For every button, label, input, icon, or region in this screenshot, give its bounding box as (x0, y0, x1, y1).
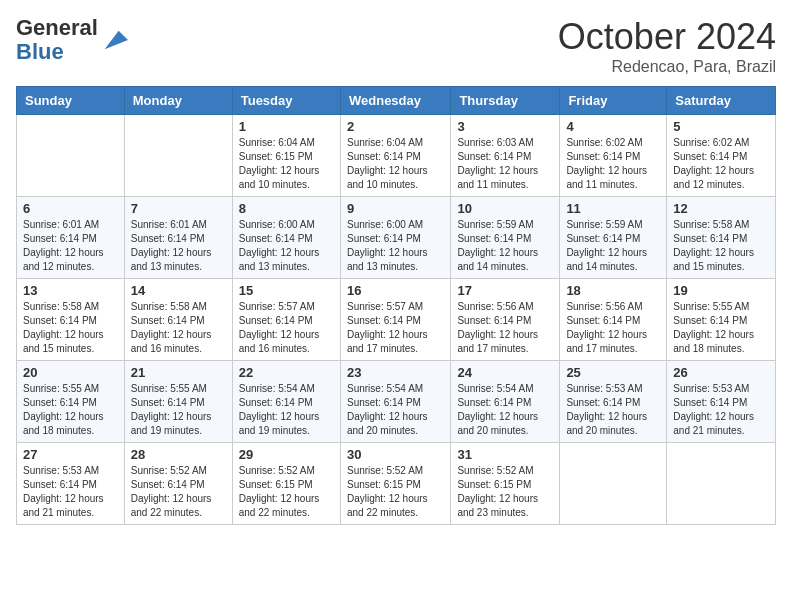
calendar-cell: 22Sunrise: 5:54 AMSunset: 6:14 PMDayligh… (232, 361, 340, 443)
day-number: 27 (23, 447, 118, 462)
calendar-cell: 8Sunrise: 6:00 AMSunset: 6:14 PMDaylight… (232, 197, 340, 279)
day-number: 30 (347, 447, 444, 462)
day-number: 4 (566, 119, 660, 134)
day-number: 6 (23, 201, 118, 216)
day-number: 12 (673, 201, 769, 216)
day-info: Sunrise: 6:00 AMSunset: 6:14 PMDaylight:… (239, 218, 334, 274)
day-number: 10 (457, 201, 553, 216)
svg-marker-0 (105, 31, 128, 50)
calendar-cell: 25Sunrise: 5:53 AMSunset: 6:14 PMDayligh… (560, 361, 667, 443)
calendar-week-row: 13Sunrise: 5:58 AMSunset: 6:14 PMDayligh… (17, 279, 776, 361)
day-info: Sunrise: 5:54 AMSunset: 6:14 PMDaylight:… (239, 382, 334, 438)
day-number: 29 (239, 447, 334, 462)
calendar-cell: 14Sunrise: 5:58 AMSunset: 6:14 PMDayligh… (124, 279, 232, 361)
calendar-week-row: 27Sunrise: 5:53 AMSunset: 6:14 PMDayligh… (17, 443, 776, 525)
page-header: General Blue October 2024 Redencao, Para… (16, 16, 776, 76)
day-info: Sunrise: 5:55 AMSunset: 6:14 PMDaylight:… (673, 300, 769, 356)
calendar-cell: 20Sunrise: 5:55 AMSunset: 6:14 PMDayligh… (17, 361, 125, 443)
calendar-header-row: SundayMondayTuesdayWednesdayThursdayFrid… (17, 87, 776, 115)
day-number: 9 (347, 201, 444, 216)
day-info: Sunrise: 5:53 AMSunset: 6:14 PMDaylight:… (673, 382, 769, 438)
logo: General Blue (16, 16, 128, 64)
logo-general-text: General (16, 15, 98, 40)
day-info: Sunrise: 5:59 AMSunset: 6:14 PMDaylight:… (566, 218, 660, 274)
day-info: Sunrise: 6:01 AMSunset: 6:14 PMDaylight:… (23, 218, 118, 274)
day-number: 7 (131, 201, 226, 216)
calendar-cell: 30Sunrise: 5:52 AMSunset: 6:15 PMDayligh… (340, 443, 450, 525)
calendar-cell: 29Sunrise: 5:52 AMSunset: 6:15 PMDayligh… (232, 443, 340, 525)
calendar-cell: 24Sunrise: 5:54 AMSunset: 6:14 PMDayligh… (451, 361, 560, 443)
title-block: October 2024 Redencao, Para, Brazil (558, 16, 776, 76)
day-info: Sunrise: 5:59 AMSunset: 6:14 PMDaylight:… (457, 218, 553, 274)
col-header-thursday: Thursday (451, 87, 560, 115)
calendar-cell: 2Sunrise: 6:04 AMSunset: 6:14 PMDaylight… (340, 115, 450, 197)
day-info: Sunrise: 6:04 AMSunset: 6:14 PMDaylight:… (347, 136, 444, 192)
day-number: 1 (239, 119, 334, 134)
day-info: Sunrise: 5:54 AMSunset: 6:14 PMDaylight:… (347, 382, 444, 438)
day-info: Sunrise: 5:56 AMSunset: 6:14 PMDaylight:… (566, 300, 660, 356)
month-title: October 2024 (558, 16, 776, 58)
calendar-cell: 12Sunrise: 5:58 AMSunset: 6:14 PMDayligh… (667, 197, 776, 279)
day-number: 17 (457, 283, 553, 298)
calendar-cell: 9Sunrise: 6:00 AMSunset: 6:14 PMDaylight… (340, 197, 450, 279)
day-number: 5 (673, 119, 769, 134)
calendar-cell: 16Sunrise: 5:57 AMSunset: 6:14 PMDayligh… (340, 279, 450, 361)
day-number: 15 (239, 283, 334, 298)
day-info: Sunrise: 6:02 AMSunset: 6:14 PMDaylight:… (673, 136, 769, 192)
calendar-cell: 27Sunrise: 5:53 AMSunset: 6:14 PMDayligh… (17, 443, 125, 525)
logo-blue-text: Blue (16, 39, 64, 64)
day-number: 24 (457, 365, 553, 380)
calendar-cell: 4Sunrise: 6:02 AMSunset: 6:14 PMDaylight… (560, 115, 667, 197)
calendar-cell: 5Sunrise: 6:02 AMSunset: 6:14 PMDaylight… (667, 115, 776, 197)
day-info: Sunrise: 5:58 AMSunset: 6:14 PMDaylight:… (673, 218, 769, 274)
day-number: 3 (457, 119, 553, 134)
calendar-cell: 26Sunrise: 5:53 AMSunset: 6:14 PMDayligh… (667, 361, 776, 443)
calendar-cell (667, 443, 776, 525)
calendar-week-row: 20Sunrise: 5:55 AMSunset: 6:14 PMDayligh… (17, 361, 776, 443)
calendar-table: SundayMondayTuesdayWednesdayThursdayFrid… (16, 86, 776, 525)
calendar-cell: 23Sunrise: 5:54 AMSunset: 6:14 PMDayligh… (340, 361, 450, 443)
day-info: Sunrise: 5:53 AMSunset: 6:14 PMDaylight:… (566, 382, 660, 438)
calendar-cell: 7Sunrise: 6:01 AMSunset: 6:14 PMDaylight… (124, 197, 232, 279)
calendar-cell: 3Sunrise: 6:03 AMSunset: 6:14 PMDaylight… (451, 115, 560, 197)
day-number: 19 (673, 283, 769, 298)
day-number: 25 (566, 365, 660, 380)
calendar-cell: 28Sunrise: 5:52 AMSunset: 6:14 PMDayligh… (124, 443, 232, 525)
day-info: Sunrise: 5:57 AMSunset: 6:14 PMDaylight:… (347, 300, 444, 356)
day-number: 18 (566, 283, 660, 298)
day-info: Sunrise: 6:01 AMSunset: 6:14 PMDaylight:… (131, 218, 226, 274)
day-number: 22 (239, 365, 334, 380)
calendar-cell: 11Sunrise: 5:59 AMSunset: 6:14 PMDayligh… (560, 197, 667, 279)
day-info: Sunrise: 6:03 AMSunset: 6:14 PMDaylight:… (457, 136, 553, 192)
day-info: Sunrise: 5:58 AMSunset: 6:14 PMDaylight:… (131, 300, 226, 356)
calendar-cell: 6Sunrise: 6:01 AMSunset: 6:14 PMDaylight… (17, 197, 125, 279)
logo-icon (100, 26, 128, 54)
calendar-cell: 10Sunrise: 5:59 AMSunset: 6:14 PMDayligh… (451, 197, 560, 279)
calendar-cell (124, 115, 232, 197)
calendar-cell: 1Sunrise: 6:04 AMSunset: 6:15 PMDaylight… (232, 115, 340, 197)
day-info: Sunrise: 5:52 AMSunset: 6:15 PMDaylight:… (457, 464, 553, 520)
day-number: 23 (347, 365, 444, 380)
day-info: Sunrise: 6:00 AMSunset: 6:14 PMDaylight:… (347, 218, 444, 274)
calendar-week-row: 1Sunrise: 6:04 AMSunset: 6:15 PMDaylight… (17, 115, 776, 197)
day-info: Sunrise: 5:53 AMSunset: 6:14 PMDaylight:… (23, 464, 118, 520)
day-number: 31 (457, 447, 553, 462)
day-number: 8 (239, 201, 334, 216)
location: Redencao, Para, Brazil (558, 58, 776, 76)
day-info: Sunrise: 5:55 AMSunset: 6:14 PMDaylight:… (131, 382, 226, 438)
calendar-cell (17, 115, 125, 197)
col-header-wednesday: Wednesday (340, 87, 450, 115)
day-info: Sunrise: 5:52 AMSunset: 6:15 PMDaylight:… (347, 464, 444, 520)
day-number: 14 (131, 283, 226, 298)
day-number: 16 (347, 283, 444, 298)
day-number: 13 (23, 283, 118, 298)
col-header-saturday: Saturday (667, 87, 776, 115)
day-number: 2 (347, 119, 444, 134)
col-header-sunday: Sunday (17, 87, 125, 115)
day-info: Sunrise: 5:54 AMSunset: 6:14 PMDaylight:… (457, 382, 553, 438)
day-info: Sunrise: 5:52 AMSunset: 6:15 PMDaylight:… (239, 464, 334, 520)
calendar-cell: 17Sunrise: 5:56 AMSunset: 6:14 PMDayligh… (451, 279, 560, 361)
calendar-cell: 18Sunrise: 5:56 AMSunset: 6:14 PMDayligh… (560, 279, 667, 361)
calendar-cell (560, 443, 667, 525)
col-header-monday: Monday (124, 87, 232, 115)
